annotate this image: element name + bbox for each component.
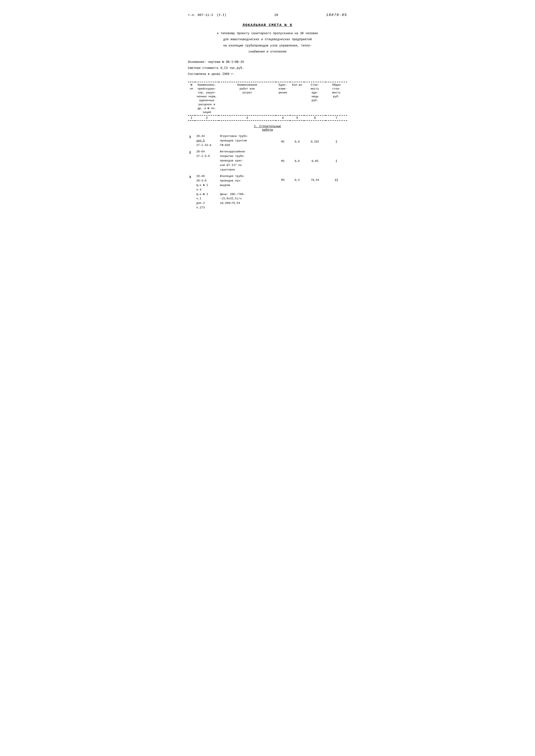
row1-unit: М2 (276, 133, 290, 148)
col-header-1: №пп (188, 82, 195, 116)
subtitle3: на изоляцию трубопроводов узла управлени… (223, 44, 312, 47)
info-line2: Сметная стоимость 0,I3 тыс.руб. (188, 65, 347, 71)
row1-total: I (326, 133, 347, 148)
subtitle1: к типовому проекту санитарного пропускни… (217, 32, 318, 35)
index-3: 3 (218, 115, 275, 121)
info-line1: Основание: чертежи № ОВ-I÷ОВ-IO (188, 59, 347, 65)
row3-unit: М3 (276, 173, 290, 211)
section-title-1: I. Строительныеработы (254, 125, 281, 131)
section-header-1: I. Строительныеработы (188, 121, 347, 133)
subtitle-block: к типовому проекту санитарного пропускни… (188, 31, 347, 54)
col-header-2: Наименован.прейскуран-тов, укруп-ненных … (195, 82, 218, 116)
index-5: 5 (290, 115, 304, 121)
row1-norm: 20–34доп.527–I–32–в (195, 133, 218, 148)
index-4: 4 (276, 115, 290, 121)
table-row: 2 20–6427–I–5–б Антикоррозийноепокрытие … (188, 148, 347, 173)
table-row: 3 I9–4628–3–бЦ–к № Iп.4Ц–к.№ Iч.Iдоп.2п.… (188, 173, 347, 211)
header-line: т.п. 807-11-2 (У.I) 28 18078-05 (188, 13, 347, 17)
table-row: I 20–34доп.527–I–32–в Огрунтовка трубо-п… (188, 133, 347, 148)
index-2: 2 (195, 115, 218, 121)
row2-norm: 20–6427–I–5–б (195, 148, 218, 173)
row2-desc: Антикоррозийноепокрытие трубо-проводов к… (218, 148, 275, 173)
row3-desc: Изоляция трубо-проводов пух-шнуром Цена:… (218, 173, 275, 211)
index-1: I (188, 115, 195, 121)
col-header-4: Един.изме-рения (276, 82, 290, 116)
row2-num: 2 (188, 148, 195, 173)
row2-price: 0,05 (304, 148, 326, 173)
header-left: т.п. 807-11-2 (У.I) (188, 13, 227, 17)
index-6: 6 (304, 115, 326, 121)
index-7: 7 (326, 115, 347, 121)
row1-desc: Огрунтовка трубо-проводов грунтомГФ–020 (218, 133, 275, 148)
col-header-6: Стои-мостьеди-ницыруб. (304, 82, 326, 116)
col-header-7: Общаястои-мостьруб. (326, 82, 347, 116)
row1-num: I (188, 133, 195, 148)
row3-num: 3 (188, 173, 195, 211)
row2-unit: М2 (276, 148, 290, 173)
row1-qty: 8,0 (290, 133, 304, 148)
main-table: №пп Наименован.прейскуран-тов, укруп-нен… (188, 82, 347, 211)
doc-title: ЛОКАЛЬНАЯ СМЕТА № 6 (188, 23, 347, 27)
row3-qty: 0,4 (290, 173, 304, 211)
col-header-3: Наименованиеработ илизатрат (218, 82, 275, 116)
row3-norm: I9–4628–3–бЦ–к № Iп.4Ц–к.№ Iч.Iдоп.2п.27… (195, 173, 218, 211)
info-line3: Составлена в ценах I969 г. (188, 71, 347, 77)
row2-total: I (326, 148, 347, 173)
subtitle4: снабжения и отопления (248, 50, 286, 53)
row1-price: 0,IOI (304, 133, 326, 148)
header-right: 18078-05 (326, 13, 347, 17)
header-center: 28 (274, 13, 278, 17)
info-block: Основание: чертежи № ОВ-I÷ОВ-IO Сметная … (188, 59, 347, 77)
row3-total: 3I (326, 173, 347, 211)
row3-price: 76,54 (304, 173, 326, 211)
subtitle2: для животноводческих и птицеводческих пр… (223, 38, 312, 41)
row2-qty: 8,0 (290, 148, 304, 173)
col-header-5: Кол-во (290, 82, 304, 116)
